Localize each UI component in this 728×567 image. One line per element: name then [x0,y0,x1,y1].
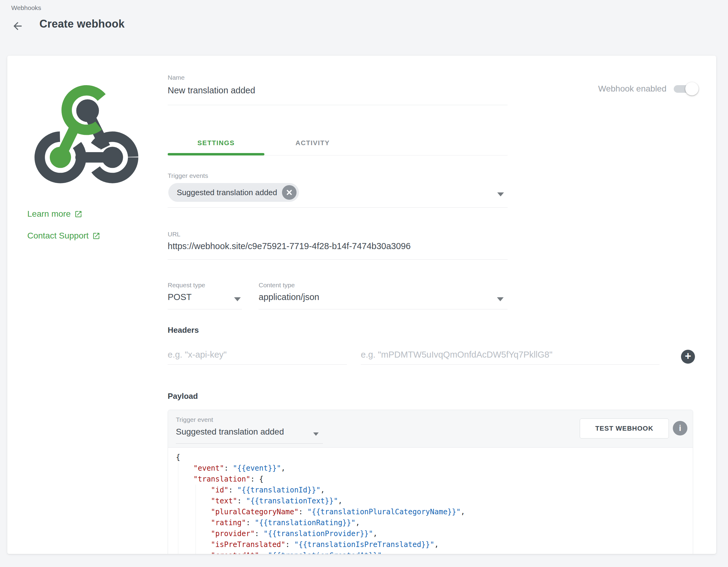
trigger-events-underline [168,207,508,208]
indent-guide [196,485,196,554]
contact-support-label: Contact Support [27,231,89,241]
add-header-button[interactable]: + [681,350,695,364]
header-key-input[interactable] [168,345,347,364]
learn-more-link[interactable]: Learn more [27,209,82,219]
content-type-label: Content type [259,282,295,289]
code-line: "provider": "{{translationProvider}}", [176,528,693,539]
headers-heading: Headers [168,325,199,335]
arrow-back-icon [12,20,24,32]
contact-support-link[interactable]: Contact Support [27,231,100,241]
webhook-logo [27,78,146,196]
code-line: "translation": { [176,474,693,485]
payload-heading: Payload [168,391,198,401]
code-line: "id": "{{translationId}}", [176,485,693,495]
code-line: { [176,452,693,463]
external-link-icon [74,210,82,218]
webhook-enabled-label: Webhook enabled [598,84,666,94]
chevron-down-icon[interactable] [497,193,504,196]
webhook-enabled-row: Webhook enabled [559,81,699,96]
code-line: "createdAt": "{{translationCreatedAt}}", [176,550,693,554]
code-line: "rating": "{{translationRating}}", [176,517,693,528]
payload-panel-header: Trigger event Suggested translation adde… [168,410,693,448]
name-underline [168,105,508,105]
chevron-down-icon[interactable] [234,297,241,301]
request-type-label: Request type [168,282,205,289]
content-type-underline [259,309,508,309]
toggle-knob [685,82,699,96]
active-tab-indicator [168,153,264,156]
code-line: "event": "{{event}}", [176,463,693,474]
breadcrumb[interactable]: Webhooks [11,4,41,12]
content-type-select[interactable]: application/json [259,292,319,302]
name-label: Name [168,74,185,81]
payload-code-editor[interactable]: { "event": "{{event}}", "translation": {… [168,448,693,554]
code-line: "text": "{{translationText}}", [176,495,693,506]
payload-panel: Trigger event Suggested translation adde… [168,410,693,554]
url-underline [168,260,508,260]
name-input[interactable]: New translation added [168,86,255,96]
chevron-down-icon[interactable] [313,432,319,436]
trigger-events-label: Trigger events [168,172,208,180]
webhook-card: Learn more Contact Support Name New tran… [7,56,716,554]
request-type-underline [168,309,242,309]
learn-more-label: Learn more [27,209,71,219]
chevron-down-icon[interactable] [497,297,504,301]
request-type-select[interactable]: POST [168,292,192,302]
url-label: URL [168,231,180,238]
tab-settings[interactable]: SETTINGS [168,133,264,153]
back-button[interactable] [10,19,25,33]
indent-guide [178,463,178,554]
payload-trigger-event-underline [176,443,323,444]
code-line: "pluralCategoryName": "{{translationPlur… [176,506,693,517]
code-line: "isPreTranslated": "{{translationIsPreTr… [176,539,693,550]
test-webhook-button[interactable]: TEST WEBHOOK [580,418,669,438]
payload-trigger-event-select[interactable]: Suggested translation added [176,427,284,437]
tab-activity[interactable]: ACTIVITY [264,133,361,153]
payload-trigger-event-label: Trigger event [176,416,213,423]
page-title: Create webhook [39,18,125,30]
webhook-enabled-toggle[interactable] [674,84,697,93]
trigger-event-chip[interactable]: Suggested translation added [168,183,299,202]
chip-remove-icon[interactable] [282,185,297,200]
url-input[interactable]: https://webhook.site/c9e75921-7719-4f28-… [168,241,411,251]
header-value-input[interactable] [361,345,659,364]
chip-label: Suggested translation added [177,188,277,197]
external-link-icon [92,232,100,240]
info-icon[interactable]: i [673,421,687,435]
